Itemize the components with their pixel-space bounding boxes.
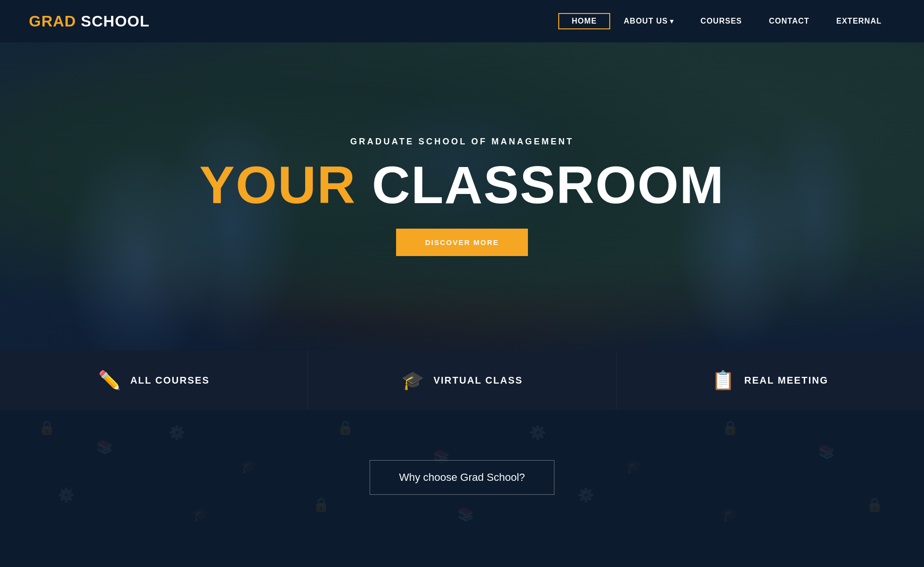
nav-link-about[interactable]: ABOUT US bbox=[610, 13, 687, 29]
pattern-icon-2: 📚 bbox=[96, 439, 113, 455]
clipboard-icon: 📋 bbox=[712, 370, 734, 391]
pattern-icon-7: ⚙️ bbox=[529, 425, 546, 440]
pattern-icon-11: ⚙️ bbox=[58, 487, 75, 503]
pattern-icon-4: 🎓 bbox=[241, 458, 257, 474]
card-all-courses[interactable]: ✏️ ALL COURSES bbox=[0, 350, 308, 410]
logo-school: SCHOOL bbox=[76, 13, 150, 30]
logo[interactable]: GRAD SCHOOL bbox=[29, 13, 150, 30]
card-real-meeting[interactable]: 📋 REAL MEETING bbox=[616, 350, 924, 410]
pattern-icon-15: ⚙️ bbox=[578, 487, 594, 503]
card-real-meeting-label: REAL MEETING bbox=[744, 375, 828, 386]
hero-section: GRADUATE SCHOOL OF MANAGEMENT YOUR CLASS… bbox=[0, 42, 924, 350]
pattern-icon-16: 🎓 bbox=[722, 506, 739, 522]
nav-links: HOME ABOUT US COURSES CONTACT EXTERNAL bbox=[558, 13, 895, 29]
hero-title-your: YOUR bbox=[199, 155, 356, 214]
card-virtual-class[interactable]: 🎓 VIRTUAL CLASS bbox=[308, 350, 616, 410]
hero-title: YOUR CLASSROOM bbox=[199, 158, 724, 211]
why-choose-box[interactable]: Why choose Grad School? bbox=[370, 460, 554, 495]
cards-section: ✏️ ALL COURSES 🎓 VIRTUAL CLASS 📋 REAL ME… bbox=[0, 350, 924, 410]
hero-subtitle: GRADUATE SCHOOL OF MANAGEMENT bbox=[350, 137, 574, 147]
hero-content: GRADUATE SCHOOL OF MANAGEMENT YOUR CLASS… bbox=[199, 137, 724, 256]
nav-item-external[interactable]: EXTERNAL bbox=[823, 13, 895, 29]
navbar: GRAD SCHOOL HOME ABOUT US COURSES CONTAC… bbox=[0, 0, 924, 42]
discover-more-button[interactable]: DISCOVER MORE bbox=[396, 229, 528, 256]
pattern-icon-3: ⚙️ bbox=[168, 425, 185, 440]
pattern-icon-13: 🔒 bbox=[313, 497, 330, 513]
nav-link-home[interactable]: HOME bbox=[558, 13, 610, 29]
graduation-cap-icon: 🎓 bbox=[401, 370, 424, 391]
nav-link-external[interactable]: EXTERNAL bbox=[823, 13, 895, 29]
bottom-section: 🔒 📚 ⚙️ 🎓 🔒 📚 ⚙️ 🎓 🔒 📚 ⚙️ 🎓 🔒 📚 ⚙️ 🎓 🔒 Wh… bbox=[0, 410, 924, 545]
logo-grad: GRAD bbox=[29, 13, 76, 30]
pencil-icon: ✏️ bbox=[98, 370, 121, 391]
nav-item-home[interactable]: HOME bbox=[558, 13, 610, 29]
nav-link-contact[interactable]: CONTACT bbox=[756, 13, 823, 29]
nav-item-about[interactable]: ABOUT US bbox=[610, 13, 687, 29]
nav-item-courses[interactable]: COURSES bbox=[687, 13, 756, 29]
card-virtual-class-label: VIRTUAL CLASS bbox=[434, 375, 523, 386]
why-choose-label: Why choose Grad School? bbox=[399, 471, 525, 483]
pattern-icon-1: 🔒 bbox=[38, 420, 55, 436]
pattern-icon-5: 🔒 bbox=[337, 420, 354, 436]
pattern-icon-14: 📚 bbox=[457, 506, 474, 522]
pattern-icon-12: 🎓 bbox=[192, 506, 209, 522]
nav-link-courses[interactable]: COURSES bbox=[687, 13, 756, 29]
pattern-icon-10: 📚 bbox=[818, 444, 835, 460]
pattern-icon-8: 🎓 bbox=[626, 458, 642, 474]
pattern-icon-9: 🔒 bbox=[722, 420, 739, 436]
hero-title-classroom: CLASSROOM bbox=[356, 155, 725, 214]
pattern-icon-17: 🔒 bbox=[866, 497, 883, 513]
card-all-courses-label: ALL COURSES bbox=[130, 375, 210, 386]
nav-item-contact[interactable]: CONTACT bbox=[756, 13, 823, 29]
